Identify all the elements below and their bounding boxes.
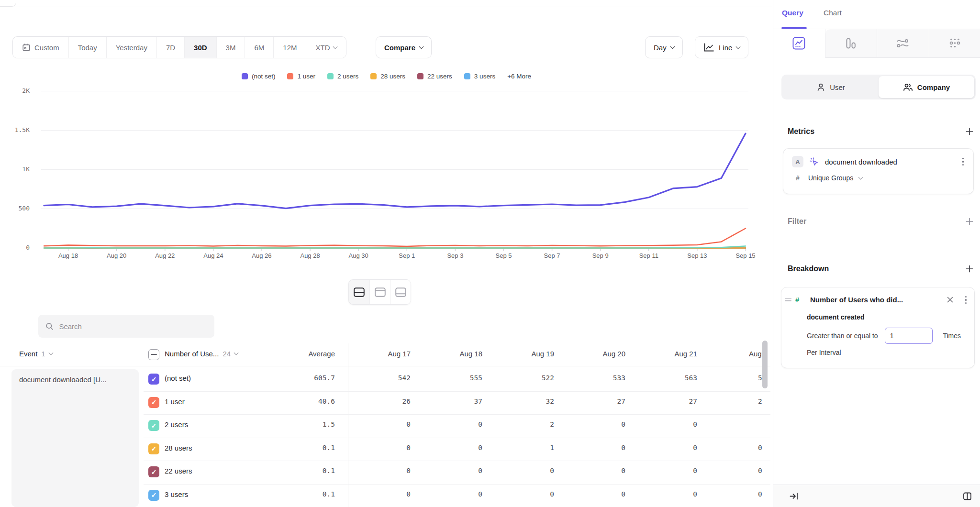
x-axis-tick-label: Sep 13 xyxy=(687,252,707,259)
table-row: ✓22 users0.1000000 xyxy=(0,461,773,484)
date-range-3m[interactable]: 3M xyxy=(216,37,245,58)
average-column-header: Average xyxy=(268,350,335,358)
date-range-6m[interactable]: 6M xyxy=(245,37,273,58)
table-row: ✓1 user40.626373227272 xyxy=(0,391,773,415)
date-range-30d[interactable]: 30D xyxy=(184,37,216,58)
filter-heading: Filter xyxy=(788,217,806,226)
series-value: 0 xyxy=(558,467,625,474)
main-area: Custom Today Yesterday 7D 30D 3M 6M 12M … xyxy=(0,0,773,507)
search-input[interactable] xyxy=(59,322,207,331)
chevron-down-icon xyxy=(234,351,239,355)
add-filter-button[interactable] xyxy=(966,218,973,225)
series-value: 0 xyxy=(487,467,554,474)
x-axis-tick-label: Sep 9 xyxy=(592,252,609,259)
x-axis-tick-label: Sep 15 xyxy=(735,252,755,259)
metric-row: A document downloaded xyxy=(792,156,965,167)
series-checkbox[interactable]: ✓ xyxy=(148,374,159,385)
series-checkbox[interactable]: ✓ xyxy=(148,420,159,431)
metric-card[interactable]: A document downloaded # Unique Groups xyxy=(783,148,974,194)
compare-button[interactable]: Compare xyxy=(376,36,432,58)
add-metric-button[interactable] xyxy=(966,128,973,135)
table-body: ✓(not set)605.754255552253356353✓1 user4… xyxy=(0,368,773,507)
date-range-12m[interactable]: 12M xyxy=(273,37,306,58)
chart-type-dots-grid-button[interactable] xyxy=(929,29,980,58)
date-range-yesterday[interactable]: Yesterday xyxy=(106,37,156,58)
breakdown-menu-button[interactable] xyxy=(964,294,968,306)
tab-query[interactable]: Query xyxy=(782,9,803,17)
collapse-panel-button[interactable] xyxy=(789,491,799,501)
legend-more[interactable]: +6 More xyxy=(507,73,531,80)
user-icon xyxy=(816,83,825,92)
metrics-section-header: Metrics xyxy=(788,125,973,138)
legend-swatch xyxy=(464,73,470,79)
side-panel-layout-button[interactable] xyxy=(963,492,972,501)
date-range-7d[interactable]: 7D xyxy=(156,37,184,58)
series-value: 0 xyxy=(415,420,482,428)
chart-type-button[interactable]: Line xyxy=(695,36,748,58)
chart-type-line-chart-button[interactable] xyxy=(773,29,825,58)
chart-type-bar-chart-button[interactable] xyxy=(825,29,877,58)
y-axis-tick-label: 1K xyxy=(0,165,30,173)
date-range-label: Custom xyxy=(34,44,59,52)
legend-item[interactable]: 2 users xyxy=(327,73,358,80)
legend-item[interactable]: 22 users xyxy=(417,73,452,80)
series-checkbox[interactable]: ✓ xyxy=(148,490,159,501)
chevron-down-icon xyxy=(419,44,424,49)
select-all-checkbox[interactable] xyxy=(148,349,159,360)
legend-item[interactable]: (not set) xyxy=(242,73,276,80)
series-value: 2 xyxy=(487,420,554,428)
x-axis-tick-label: Sep 1 xyxy=(399,252,415,259)
condition-suffix: Times xyxy=(943,332,961,340)
table-row: ✓(not set)605.754255552253356353 xyxy=(0,368,773,391)
tab-chart[interactable]: Chart xyxy=(824,9,842,17)
top-bar-layout-icon xyxy=(375,287,386,297)
group-column-header[interactable]: Number of Use... 24 xyxy=(165,350,238,358)
chart-type-selector xyxy=(773,29,980,58)
series-value: 0 xyxy=(344,444,411,452)
breakdown-heading: Breakdown xyxy=(788,265,829,273)
series-label: 22 users xyxy=(165,467,192,475)
date-column-header: Aug 20 xyxy=(558,350,625,358)
legend-item[interactable]: 28 users xyxy=(370,73,405,80)
x-axis-tick-label: Aug 18 xyxy=(58,252,78,259)
drag-handle-icon[interactable] xyxy=(785,297,791,303)
series-checkbox[interactable]: ✓ xyxy=(148,397,159,408)
date-range-xtd[interactable]: XTD xyxy=(306,37,346,58)
event-column-header[interactable]: Event 1 xyxy=(19,350,53,358)
layout-split-horizontal-button[interactable] xyxy=(349,280,369,304)
legend-swatch xyxy=(417,73,423,79)
condition-label: Greater than or equal to xyxy=(807,332,878,340)
granularity-button[interactable]: Day xyxy=(645,36,683,58)
metric-menu-button[interactable] xyxy=(961,156,965,167)
scope-company-option[interactable]: Company xyxy=(879,76,974,98)
date-range-today[interactable]: Today xyxy=(68,37,106,58)
series-value: 0 xyxy=(558,444,625,452)
series-value: 37 xyxy=(415,397,482,405)
breakdown-card[interactable]: # Number of Users who did... document cr… xyxy=(781,287,975,368)
add-breakdown-button[interactable] xyxy=(966,265,973,273)
remove-breakdown-button[interactable] xyxy=(947,296,954,303)
legend-item[interactable]: 1 user xyxy=(287,73,315,80)
date-range-custom[interactable]: Custom xyxy=(13,37,68,58)
condition-value-input[interactable] xyxy=(885,328,933,344)
arrow-to-bar-icon xyxy=(789,491,799,501)
layout-chart-only-button[interactable] xyxy=(369,280,390,304)
series-checkbox[interactable]: ✓ xyxy=(148,466,159,477)
metric-measure-dropdown[interactable]: # Unique Groups xyxy=(792,174,965,182)
series-average: 0.1 xyxy=(268,467,335,474)
x-axis-tick-label: Aug 26 xyxy=(252,252,271,259)
vertical-scrollbar[interactable] xyxy=(762,341,768,388)
x-axis-tick-label: Aug 30 xyxy=(349,252,368,259)
x-axis-tick-label: Aug 24 xyxy=(203,252,223,259)
layout-table-only-button[interactable] xyxy=(390,280,411,304)
series-value: 0 xyxy=(558,490,625,498)
scope-user-option[interactable]: User xyxy=(783,76,879,98)
chart-type-stream-button[interactable] xyxy=(877,29,929,58)
date-range-control: Custom Today Yesterday 7D 30D 3M 6M 12M … xyxy=(12,36,346,58)
breakdown-event-name: document created xyxy=(807,313,968,321)
calendar-icon xyxy=(22,43,31,52)
legend-item[interactable]: 3 users xyxy=(464,73,495,80)
row-divider xyxy=(144,484,770,485)
series-checkbox[interactable]: ✓ xyxy=(148,443,159,454)
plus-icon xyxy=(966,265,973,273)
